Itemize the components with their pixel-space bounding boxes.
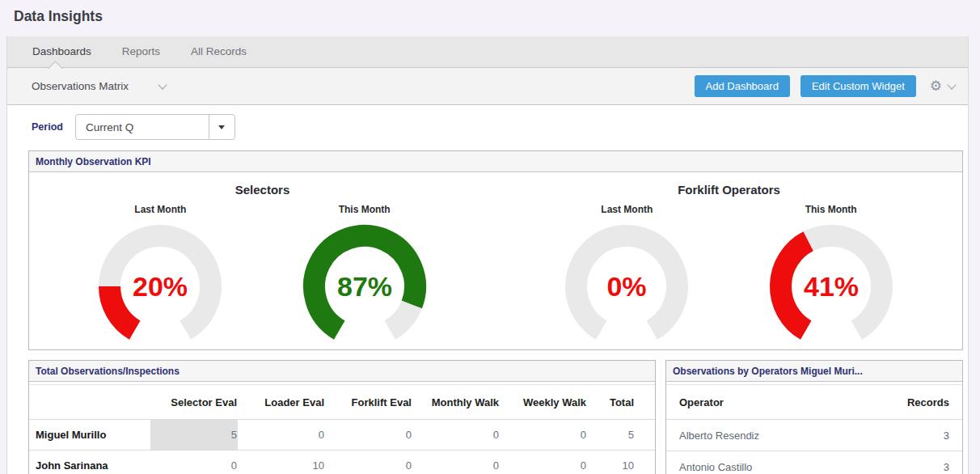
column-header-records: Records — [881, 385, 962, 420]
total-observations-panel: Total Observations/Inspections Selector … — [28, 360, 656, 474]
bottom-panels: Total Observations/Inspections Selector … — [28, 360, 963, 474]
page-title: Data Insights — [14, 8, 103, 25]
svg-text:0%: 0% — [607, 271, 647, 302]
gauge-selectors-this-month: This Month 87% — [292, 204, 437, 346]
tab-bar: Dashboards Reports All Records — [7, 36, 968, 68]
kpi-group-title: Forklift Operators — [496, 183, 962, 197]
period-combobox[interactable]: Current Q — [75, 114, 235, 140]
column-header-weekly-walk: Weekly Walk — [500, 385, 587, 420]
kpi-group-title: Selectors — [29, 183, 496, 197]
svg-text:87%: 87% — [337, 271, 392, 302]
table-row: Miguel Murillo 5 0 0 0 0 5 — [29, 420, 655, 451]
kpi-group-forklift-operators: Forklift Operators Last Month 0% This Mo… — [496, 172, 962, 349]
gauge-chart: 41% — [758, 222, 904, 346]
cell-selected[interactable]: 5 — [150, 420, 238, 451]
table-header-row: Selector Eval Loader Eval Forklift Eval … — [29, 385, 655, 420]
gauge-label: This Month — [292, 204, 437, 215]
cell[interactable]: 0 — [500, 420, 587, 451]
row-name: John Sarinana — [29, 451, 150, 474]
cell[interactable]: 0 — [150, 451, 238, 474]
dashboard-settings-menu[interactable]: ⚙ — [930, 79, 955, 93]
column-header — [29, 385, 150, 420]
kpi-panel-body: Selectors Last Month 20% This Month 87% … — [29, 172, 962, 349]
cell[interactable]: 0 — [238, 420, 325, 451]
list-item: Antonio Castillo 3 — [666, 451, 962, 474]
cell[interactable]: 0 — [500, 451, 587, 474]
app-container: Dashboards Reports All Records Observati… — [6, 36, 969, 474]
column-header-loader-eval: Loader Eval — [238, 385, 325, 420]
operator-records: 3 — [881, 451, 962, 474]
column-header-monthly-walk: Monthly Walk — [412, 385, 500, 420]
dashboard-selector[interactable]: Observations Matrix — [32, 80, 166, 92]
column-header-total: Total — [587, 385, 655, 420]
gauge-forklift-last-month: Last Month 0% — [554, 204, 699, 346]
gauge-label: This Month — [758, 204, 904, 215]
gear-icon: ⚙ — [930, 79, 942, 93]
caret-down-icon — [218, 125, 225, 129]
period-label: Period — [32, 121, 63, 133]
gauge-chart: 87% — [292, 222, 437, 346]
gauge-forklift-this-month: This Month 41% — [758, 204, 904, 346]
kpi-group-selectors: Selectors Last Month 20% This Month 87% — [29, 172, 496, 349]
tab-reports[interactable]: Reports — [107, 36, 175, 67]
list-item: Alberto Resendiz 3 — [666, 420, 962, 451]
column-header-operator: Operator — [666, 385, 881, 420]
tab-dashboards[interactable]: Dashboards — [17, 36, 107, 67]
table-row: John Sarinana 0 10 0 0 0 10 — [29, 451, 655, 474]
chevron-down-icon — [947, 80, 956, 89]
monthly-observation-kpi-panel: Monthly Observation KPI Selectors Last M… — [28, 150, 963, 350]
operator-records: 3 — [881, 420, 962, 451]
cell-total[interactable]: 10 — [587, 451, 655, 474]
column-header-forklift-eval: Forklift Eval — [325, 385, 412, 420]
period-dropdown-button[interactable] — [209, 115, 234, 139]
observations-by-operators-panel: Observations by Operators Miguel Muri...… — [665, 360, 963, 474]
svg-text:41%: 41% — [804, 271, 859, 302]
dashboard-toolbar: Observations Matrix Add Dashboard Edit C… — [7, 68, 968, 105]
gauge-chart: 20% — [87, 222, 233, 346]
dashboard-selector-value: Observations Matrix — [32, 80, 129, 92]
gauge-label: Last Month — [554, 204, 699, 215]
period-value: Current Q — [76, 115, 209, 139]
period-filter-row: Period Current Q — [32, 114, 968, 140]
cell[interactable]: 0 — [325, 451, 412, 474]
dashboard-content: Period Current Q Monthly Observation KPI… — [7, 114, 968, 474]
edit-custom-widget-button[interactable]: Edit Custom Widget — [800, 75, 916, 97]
operators-table: Operator Records Alberto Resendiz 3 Anto… — [666, 384, 962, 474]
svg-text:20%: 20% — [133, 271, 188, 302]
cell[interactable]: 0 — [325, 420, 412, 451]
cell[interactable]: 0 — [412, 420, 500, 451]
gauge-chart: 0% — [554, 222, 699, 346]
cell[interactable]: 0 — [412, 451, 500, 474]
gauge-label: Last Month — [87, 204, 233, 215]
add-dashboard-button[interactable]: Add Dashboard — [695, 75, 790, 97]
observations-panel-title: Total Observations/Inspections — [29, 361, 655, 382]
row-name: Miguel Murillo — [29, 420, 150, 451]
cell[interactable]: 10 — [238, 451, 325, 474]
table-header-row: Operator Records — [666, 385, 962, 420]
tab-all-records[interactable]: All Records — [175, 36, 262, 67]
operator-name: Alberto Resendiz — [666, 420, 881, 451]
operator-name: Antonio Castillo — [666, 451, 881, 474]
kpi-panel-title: Monthly Observation KPI — [29, 151, 962, 172]
cell-total[interactable]: 5 — [587, 420, 655, 451]
column-header-selector-eval: Selector Eval — [150, 385, 238, 420]
observations-table: Selector Eval Loader Eval Forklift Eval … — [29, 384, 655, 474]
chevron-down-icon — [158, 80, 167, 89]
toolbar-actions: Add Dashboard Edit Custom Widget ⚙ — [695, 75, 955, 97]
gauge-selectors-last-month: Last Month 20% — [87, 204, 233, 346]
operators-panel-title: Observations by Operators Miguel Muri... — [666, 361, 962, 382]
